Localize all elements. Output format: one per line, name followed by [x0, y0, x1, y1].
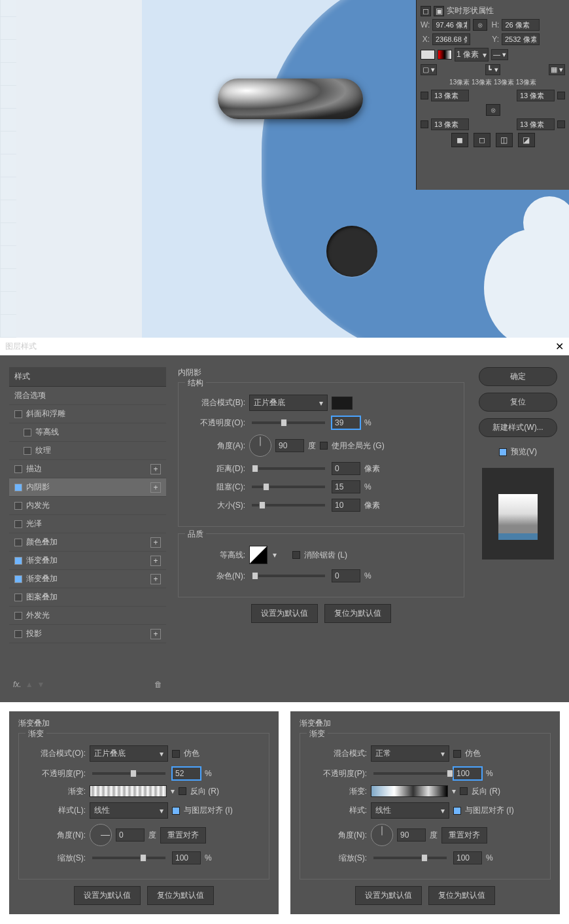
size-slider[interactable]: [252, 504, 325, 506]
noise-slider[interactable]: [252, 575, 325, 577]
g2-align-check[interactable]: [453, 807, 461, 815]
g1-scale-input[interactable]: 100: [172, 851, 201, 864]
g1-blend-dropdown[interactable]: 正片叠底▾: [90, 745, 168, 762]
style-checkbox[interactable]: [14, 484, 22, 491]
g2-blend-dropdown[interactable]: 正常▾: [371, 745, 449, 762]
choke-slider[interactable]: [252, 486, 325, 488]
link-radius-icon[interactable]: ⊗: [486, 104, 500, 116]
g1-opacity-slider[interactable]: [92, 772, 165, 775]
style-checkbox[interactable]: [24, 447, 31, 455]
style-checkbox[interactable]: [24, 429, 31, 436]
g1-set-default-button[interactable]: 设置为默认值: [74, 886, 141, 905]
angle-dial[interactable]: [249, 435, 271, 457]
stroke-swatch[interactable]: [438, 50, 452, 60]
style-checkbox[interactable]: [14, 557, 22, 565]
g2-reset-default-button[interactable]: 复位为默认值: [428, 886, 495, 905]
square-icon[interactable]: ◻: [421, 6, 431, 16]
angle-input[interactable]: 90: [275, 439, 304, 452]
link-wh-icon[interactable]: ⊗: [473, 19, 487, 31]
noise-input[interactable]: 0: [332, 569, 360, 582]
add-effect-icon[interactable]: +: [150, 629, 161, 639]
g2-gradient-picker[interactable]: [371, 785, 448, 797]
set-default-button[interactable]: 设置为默认值: [251, 604, 318, 623]
shadow-color-swatch[interactable]: [332, 397, 353, 410]
size-input[interactable]: 10: [332, 499, 360, 512]
g1-angle-input[interactable]: 0: [116, 828, 145, 842]
style-checkbox[interactable]: [14, 539, 22, 546]
style-item[interactable]: 图案叠加: [9, 588, 166, 607]
y-input[interactable]: [502, 33, 540, 45]
new-style-button[interactable]: 新建样式(W)...: [479, 418, 557, 437]
g1-gradient-picker[interactable]: [90, 785, 167, 797]
g2-opacity-slider[interactable]: [373, 772, 447, 775]
radius-br-check[interactable]: [557, 120, 565, 128]
cancel-button[interactable]: 复位: [479, 393, 557, 412]
g1-reset-default-button[interactable]: 复位为默认值: [147, 886, 214, 905]
g1-dither-check[interactable]: [172, 750, 180, 758]
style-item[interactable]: 等高线: [9, 423, 166, 442]
style-checkbox[interactable]: [14, 575, 22, 583]
x-input[interactable]: [432, 33, 470, 45]
cap-dropdown[interactable]: ▢ ▾: [421, 64, 437, 75]
style-item[interactable]: 渐变叠加+: [9, 570, 166, 588]
g1-scale-slider[interactable]: [92, 857, 165, 859]
choke-input[interactable]: 15: [332, 480, 360, 493]
g2-style-dropdown[interactable]: 线性▾: [371, 802, 449, 819]
style-item[interactable]: 内发光: [9, 497, 166, 515]
corner-dropdown[interactable]: ┗ ▾: [485, 64, 500, 75]
style-item[interactable]: 纹理: [9, 442, 166, 460]
distance-slider[interactable]: [252, 467, 325, 470]
radius-tl-check[interactable]: [421, 92, 428, 99]
g2-dither-check[interactable]: [453, 750, 461, 758]
add-effect-icon[interactable]: +: [150, 537, 161, 548]
style-checkbox[interactable]: [14, 594, 22, 601]
g1-style-dropdown[interactable]: 线性▾: [90, 802, 168, 819]
g1-opacity-input[interactable]: 52: [172, 767, 201, 780]
trash-icon[interactable]: 🗑: [154, 680, 162, 689]
align-dropdown[interactable]: ▦ ▾: [549, 64, 565, 75]
style-item[interactable]: 混合选项: [9, 387, 166, 405]
style-checkbox[interactable]: [14, 410, 22, 418]
opacity-input[interactable]: 39: [332, 416, 360, 429]
pathop-exclude-icon[interactable]: ◪: [518, 133, 535, 147]
add-effect-icon[interactable]: +: [150, 574, 161, 584]
radius-tr-input[interactable]: [517, 90, 555, 101]
g2-reset-align-button[interactable]: 重置对齐: [441, 827, 487, 844]
style-item[interactable]: 光泽: [9, 515, 166, 533]
pathop-intersect-icon[interactable]: ◫: [496, 133, 513, 147]
width-input[interactable]: [432, 19, 470, 31]
reset-default-button[interactable]: 复位为默认值: [324, 604, 391, 623]
mask-icon[interactable]: ▣: [434, 6, 444, 16]
g1-align-check[interactable]: [172, 807, 180, 815]
style-checkbox[interactable]: [14, 612, 22, 620]
style-item[interactable]: 投影+: [9, 625, 166, 643]
style-item[interactable]: 内阴影+: [9, 478, 166, 497]
style-checkbox[interactable]: [14, 630, 22, 638]
g2-opacity-input[interactable]: 100: [453, 767, 482, 780]
stroke-style-dropdown[interactable]: — ▾: [491, 49, 508, 60]
pathop-subtract-icon[interactable]: ◻: [474, 133, 491, 147]
add-effect-icon[interactable]: +: [150, 556, 161, 566]
radius-br-input[interactable]: [517, 118, 555, 130]
close-icon[interactable]: ✕: [555, 340, 564, 353]
g2-scale-input[interactable]: 100: [453, 851, 482, 864]
g2-angle-input[interactable]: 90: [397, 828, 426, 842]
contour-picker[interactable]: [249, 546, 267, 564]
radius-tr-check[interactable]: [557, 92, 565, 99]
g2-reverse-check[interactable]: [460, 787, 468, 795]
blend-mode-dropdown[interactable]: 正片叠底▾: [249, 395, 328, 411]
style-item[interactable]: 外发光: [9, 607, 166, 625]
style-item[interactable]: 渐变叠加+: [9, 552, 166, 570]
opacity-slider[interactable]: [252, 421, 325, 424]
antialias-check[interactable]: [292, 551, 300, 559]
radius-tl-input[interactable]: [431, 90, 469, 101]
radius-bl-check[interactable]: [421, 120, 428, 128]
g2-angle-dial[interactable]: [371, 824, 393, 846]
move-up-icon[interactable]: ▲: [26, 680, 33, 689]
style-checkbox[interactable]: [14, 465, 22, 473]
style-checkbox[interactable]: [14, 520, 22, 528]
style-item[interactable]: 斜面和浮雕: [9, 405, 166, 423]
pathop-combine-icon[interactable]: ◼: [451, 133, 468, 147]
distance-input[interactable]: 0: [332, 462, 360, 475]
move-down-icon[interactable]: ▼: [37, 680, 45, 689]
